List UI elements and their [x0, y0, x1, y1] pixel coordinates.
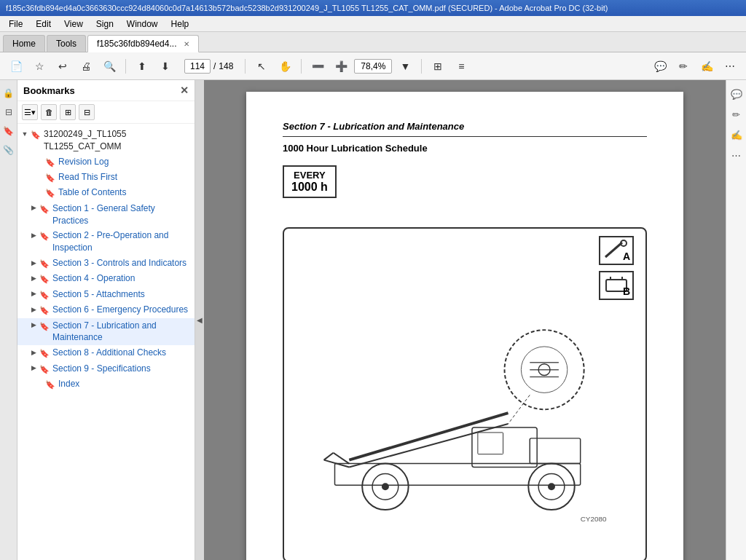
zoom-out-button[interactable]: ➖ [307, 56, 328, 76]
bookmarks-title: Bookmarks [23, 85, 75, 96]
section5-expand-icon[interactable]: ▶ [29, 288, 38, 300]
section2-label: Section 2 - Pre-Operation and Inspection [52, 229, 192, 254]
pen-button[interactable]: ✏ [673, 56, 694, 76]
section3-label: Section 3 - Controls and Indicators [52, 257, 192, 269]
menu-view[interactable]: View [58, 17, 89, 31]
svg-line-13 [324, 453, 334, 460]
index-label: Index [58, 378, 192, 390]
zoom-dropdown-button[interactable]: ▼ [395, 56, 415, 76]
menu-help[interactable]: Help [165, 17, 195, 31]
bookmark-toc[interactable]: 🔖 Table of Contents [17, 185, 195, 200]
pdf-subtitle: 1000 Hour Lubrication Schedule [283, 143, 647, 154]
menu-sign[interactable]: Sign [90, 17, 119, 31]
menu-bar: File Edit View Sign Window Help [0, 16, 746, 32]
section3-expand-icon[interactable]: ▶ [29, 257, 38, 269]
section7-expand-icon[interactable]: ▶ [29, 320, 38, 331]
paperclip-icon[interactable]: 📎 [1, 143, 16, 157]
bookmark-section9[interactable]: ▶ 🔖 Section 9 - Specifications [17, 361, 195, 376]
svg-line-26 [509, 395, 530, 424]
section2-bookmark-icon: 🔖 [39, 231, 50, 242]
bookmark-options-button[interactable]: ☰▾ [22, 104, 38, 120]
expand-placeholder [35, 156, 44, 167]
close-bookmarks-icon[interactable]: ✕ [180, 84, 189, 96]
section5-label: Section 5 - Attachments [52, 288, 192, 301]
bookmark-section6[interactable]: ▶ 🔖 Section 6 - Emergency Procedures [17, 302, 195, 318]
collapse-all-button[interactable]: ⊟ [79, 104, 95, 120]
hand-tool-button[interactable]: ✋ [275, 56, 295, 76]
tab-close-icon[interactable]: ✕ [184, 40, 189, 48]
page-number-input[interactable] [184, 59, 211, 74]
layers-icon[interactable]: ⊟ [1, 105, 16, 119]
collapse-arrow-icon: ◀ [197, 316, 203, 324]
section8-expand-icon[interactable]: ▶ [29, 347, 38, 358]
cursor-tool-button[interactable]: ↖ [251, 56, 272, 76]
delete-bookmark-button[interactable]: 🗑 [41, 104, 57, 120]
bookmark-root[interactable]: ▼ 🔖 31200249_J_TL1055 TL1255_CAT_OMM [17, 127, 195, 154]
menu-window[interactable]: Window [121, 17, 164, 31]
bookmark-revision-log[interactable]: 🔖 Revision Log [17, 154, 195, 170]
section1-expand-icon[interactable]: ▶ [29, 202, 38, 214]
section7-bookmark-icon: 🔖 [39, 321, 50, 332]
search-button[interactable]: 🔍 [99, 56, 119, 76]
section2-expand-icon[interactable]: ▶ [29, 229, 38, 241]
sign-rt-button[interactable]: ✍ [729, 127, 745, 143]
scrolling-button[interactable]: ≡ [451, 56, 471, 76]
bookmark-section7[interactable]: ▶ 🔖 Section 7 - Lubrication and Maintena… [17, 318, 195, 346]
prev-page-button[interactable]: ⬆ [132, 56, 152, 76]
zoom-input[interactable] [354, 59, 392, 74]
tab-document[interactable]: f185c36fdb894ed4... ✕ [87, 35, 199, 52]
more-tools-button[interactable]: ⋯ [720, 56, 740, 76]
pdf-divider [283, 136, 647, 137]
print-button[interactable]: 🖨 [76, 56, 96, 76]
toolbar: 📄 ☆ ↩ 🖨 🔍 ⬆ ⬇ / 148 ↖ ✋ ➖ ➕ ▼ ⊞ ≡ 💬 ✏ ✍ … [0, 52, 746, 80]
expand-all-button[interactable]: ⊞ [60, 104, 76, 120]
bookmark-section5[interactable]: ▶ 🔖 Section 5 - Attachments [17, 287, 195, 302]
view-mode-button[interactable]: ⊞ [428, 56, 448, 76]
icon-b-label: B [623, 285, 630, 297]
svg-point-16 [382, 483, 389, 490]
machine-diagram: CY2080 [291, 301, 638, 553]
bookmark-section8[interactable]: ▶ 🔖 Section 8 - Additional Checks [17, 345, 195, 360]
section1-bookmark-icon: 🔖 [39, 204, 50, 215]
main-area: 🔒 ⊟ 🔖 📎 Bookmarks ✕ ☰▾ 🗑 ⊞ ⊟ ▼ 🔖 3120024… [0, 80, 746, 560]
toolbar-sep-2 [245, 59, 246, 74]
section9-expand-icon[interactable]: ▶ [29, 363, 38, 374]
toc-bookmark-icon: 🔖 [45, 188, 55, 199]
bookmark-section1[interactable]: ▶ 🔖 Section 1 - General Safety Practices [17, 201, 195, 229]
tab-tools[interactable]: Tools [47, 35, 86, 52]
root-bookmark-label: 31200249_J_TL1055 TL1255_CAT_OMM [44, 128, 192, 153]
menu-file[interactable]: File [3, 17, 28, 31]
panel-collapse-handle[interactable]: ◀ [195, 80, 204, 560]
sign-button[interactable]: ✍ [696, 56, 717, 76]
section7-label: Section 7 - Lubrication and Maintenance [52, 320, 192, 344]
more-rt-button[interactable]: ⋯ [729, 147, 745, 163]
zoom-in-button[interactable]: ➕ [331, 56, 351, 76]
comment-button[interactable]: 💬 [650, 56, 670, 76]
tab-home[interactable]: Home [3, 35, 45, 52]
bookmarks-list: ▼ 🔖 31200249_J_TL1055 TL1255_CAT_OMM 🔖 R… [17, 124, 195, 560]
bookmark-section4[interactable]: ▶ 🔖 Section 4 - Operation [17, 271, 195, 286]
svg-line-11 [334, 453, 350, 464]
every-label: EVERY [291, 170, 328, 181]
highlight-rt-button[interactable]: ✏ [729, 106, 745, 122]
back-button[interactable]: ↩ [52, 56, 73, 76]
bookmark-section3[interactable]: ▶ 🔖 Section 3 - Controls and Indicators [17, 256, 195, 271]
index-bookmark-icon: 🔖 [45, 379, 55, 390]
comment-rt-button[interactable]: 💬 [729, 86, 745, 102]
bookmark-read-first[interactable]: 🔖 Read This First [17, 170, 195, 185]
bookmark-button[interactable]: ☆ [29, 56, 50, 76]
new-button[interactable]: 📄 [6, 56, 26, 76]
pdf-view-area[interactable]: Section 7 - Lubrication and Maintenance … [204, 80, 726, 560]
menu-edit[interactable]: Edit [30, 17, 57, 31]
section6-expand-icon[interactable]: ▶ [29, 304, 38, 315]
bookmark-index[interactable]: 🔖 Index [17, 376, 195, 392]
pdf-page: Section 7 - Lubrication and Maintenance … [246, 92, 683, 560]
root-expand-icon[interactable]: ▼ [20, 128, 29, 140]
bookmarks-icon[interactable]: 🔖 [1, 124, 16, 138]
lock-icon[interactable]: 🔒 [1, 86, 16, 100]
bookmark-section2[interactable]: ▶ 🔖 Section 2 - Pre-Operation and Inspec… [17, 228, 195, 256]
title-bar: f185c36fdb894ed4a0c3663630ccc924d84060c0… [0, 0, 746, 16]
section4-expand-icon[interactable]: ▶ [29, 272, 38, 284]
next-page-button[interactable]: ⬇ [155, 56, 176, 76]
toolbar-sep-4 [421, 59, 422, 74]
